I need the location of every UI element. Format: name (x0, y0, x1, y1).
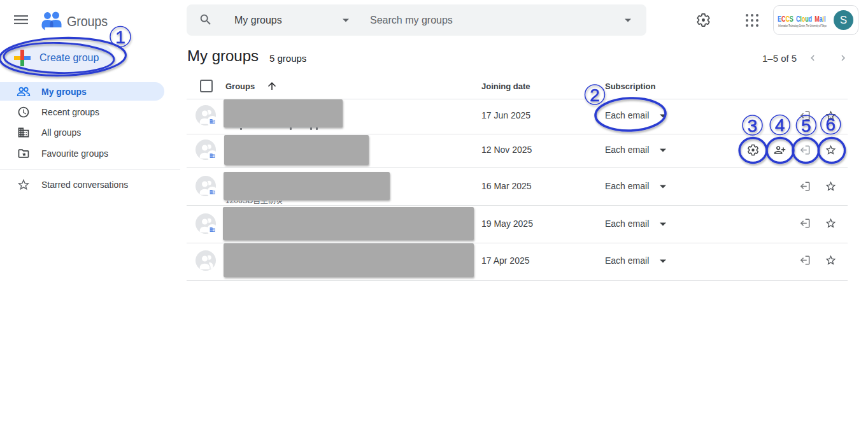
svg-text:5: 5 (801, 116, 811, 136)
svg-text:6: 6 (826, 115, 836, 134)
svg-text:4: 4 (775, 115, 785, 135)
svg-text:1: 1 (115, 27, 125, 47)
svg-text:2: 2 (590, 85, 600, 105)
svg-text:3: 3 (748, 116, 758, 136)
